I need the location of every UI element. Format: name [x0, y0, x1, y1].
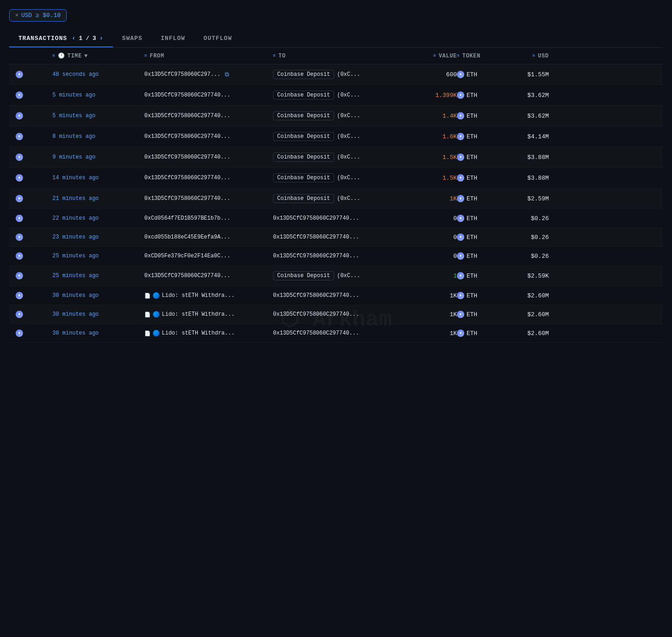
to-cell[interactable]: 0x13D5CfC9758060C297740... — [273, 234, 402, 240]
filter-label: USD ≥ $0.10 — [21, 12, 61, 19]
from-cell[interactable]: 0xcd055b188eC45E9Eefa9A... — [144, 234, 273, 240]
to-address: (0xC... — [337, 133, 360, 140]
to-cell[interactable]: Coinbase Deposit(0xC... — [273, 132, 402, 141]
value-amount: 1.399K — [435, 92, 457, 99]
table-row[interactable]: ♦5 minutes ago0x13D5CfC9758060C297740...… — [9, 106, 663, 126]
copy-address-icon[interactable]: ⧉ — [225, 71, 229, 78]
table-row[interactable]: ♦30 minutes ago📄Lido: stETH Withdra...0x… — [9, 286, 663, 305]
token-eth-icon: ♦ — [457, 71, 464, 78]
to-address: (0xC... — [337, 195, 360, 202]
to-badge[interactable]: Coinbase Deposit — [273, 70, 334, 79]
col-header-usd[interactable]: ≡ USD — [503, 53, 549, 59]
next-page-arrow[interactable]: › — [99, 34, 103, 42]
tab-swaps[interactable]: SWAPS — [113, 30, 152, 47]
from-address: 0xCD05Fe379cF0e2F14Ea0C... — [144, 253, 230, 259]
to-cell[interactable]: Coinbase Deposit(0xC... — [273, 194, 402, 203]
table-row[interactable]: ♦22 minutes ago0xCd0564f7ED1B597BE1b7b..… — [9, 209, 663, 228]
tab-inflow-label: INFLOW — [161, 35, 185, 42]
value-cell: 1K — [402, 292, 457, 299]
to-cell[interactable]: Coinbase Deposit(0xC... — [273, 91, 402, 100]
usd-cell: $0.26 — [503, 253, 549, 260]
to-badge[interactable]: Coinbase Deposit — [273, 111, 334, 120]
to-badge[interactable]: Coinbase Deposit — [273, 173, 334, 182]
from-cell[interactable]: 0x13D5CfC9758060C297740... — [144, 154, 273, 160]
value-amount: 1.4K — [443, 113, 457, 119]
from-cell[interactable]: 📄Lido: stETH Withdra... — [144, 311, 273, 318]
token-cell: ♦ETH — [457, 330, 503, 337]
to-badge[interactable]: Coinbase Deposit — [273, 271, 334, 280]
value-amount: 1.6K — [443, 133, 457, 140]
usd-cell: $2.60M — [503, 311, 549, 318]
table-row[interactable]: ♦5 minutes ago0x13D5CfC9758060C297740...… — [9, 85, 663, 106]
page-separator: / — [85, 35, 90, 42]
col-header-to[interactable]: ≡ TO — [273, 53, 402, 59]
col-header-value[interactable]: ≡ VALUE — [402, 53, 457, 59]
filter-close-icon[interactable]: × — [15, 12, 18, 19]
table-row[interactable]: ♦25 minutes ago0x13D5CfC9758060C297740..… — [9, 266, 663, 286]
table-row[interactable]: ♦30 minutes ago📄Lido: stETH Withdra...0x… — [9, 324, 663, 343]
to-cell[interactable]: Coinbase Deposit(0xC... — [273, 153, 402, 162]
chain-icon-cell: ♦ — [16, 91, 34, 99]
to-cell[interactable]: 0x13D5CfC9758060C297740... — [273, 311, 402, 318]
tab-outflow[interactable]: OUTFLOW — [194, 30, 241, 47]
to-badge[interactable]: Coinbase Deposit — [273, 91, 334, 100]
table-row[interactable]: ♦48 seconds ago0x13D5CfC9758060C297...⧉C… — [9, 64, 663, 85]
from-cell[interactable]: 📄Lido: stETH Withdra... — [144, 330, 273, 336]
token-cell: ♦ETH — [457, 311, 503, 318]
token-cell: ♦ETH — [457, 112, 503, 119]
token-cell: ♦ETH — [457, 91, 503, 99]
from-cell[interactable]: 0x13D5CfC9758060C297740... — [144, 92, 273, 98]
token-name: ETH — [467, 71, 477, 78]
from-cell[interactable]: 📄Lido: stETH Withdra... — [144, 292, 273, 299]
table-row[interactable]: ♦8 minutes ago0x13D5CfC9758060C297740...… — [9, 126, 663, 147]
from-cell[interactable]: 0x13D5CfC9758060C297...⧉ — [144, 71, 273, 78]
table-row[interactable]: ♦30 minutes ago📄Lido: stETH Withdra...0x… — [9, 305, 663, 324]
to-cell[interactable]: 0x13D5CfC9758060C297740... — [273, 292, 402, 299]
filter-badge[interactable]: × USD ≥ $0.10 — [9, 9, 67, 22]
table-row[interactable]: ♦25 minutes ago0xCD05Fe379cF0e2F14Ea0C..… — [9, 247, 663, 266]
token-name: ETH — [467, 234, 477, 241]
value-amount: 1 — [453, 273, 457, 279]
usd-cell: $3.62M — [503, 113, 549, 119]
token-name: ETH — [467, 311, 477, 318]
to-badge[interactable]: Coinbase Deposit — [273, 194, 334, 203]
from-address: 0x13D5CfC9758060C297740... — [144, 133, 230, 140]
eth-chain-icon: ♦ — [16, 233, 23, 241]
from-cell[interactable]: 0xCd0564f7ED1B597BE1b7b... — [144, 215, 273, 222]
to-cell[interactable]: Coinbase Deposit(0xC... — [273, 173, 402, 182]
document-icon: 📄 — [144, 293, 151, 299]
tab-inflow[interactable]: INFLOW — [152, 30, 194, 47]
from-cell[interactable]: 0x13D5CfC9758060C297740... — [144, 175, 273, 181]
from-cell[interactable]: 0x13D5CfC9758060C297740... — [144, 195, 273, 202]
to-cell[interactable]: Coinbase Deposit(0xC... — [273, 111, 402, 120]
col-header-token[interactable]: ≡ TOKEN — [457, 53, 503, 59]
value-cell: 0 — [402, 234, 457, 241]
from-cell[interactable]: 0xCD05Fe379cF0e2F14Ea0C... — [144, 253, 273, 259]
table-body: ♦48 seconds ago0x13D5CfC9758060C297...⧉C… — [9, 64, 663, 343]
col-header-time[interactable]: ≡ 🕐 TIME ▼ — [52, 52, 144, 59]
value-cell: 1K — [402, 330, 457, 337]
tab-transactions[interactable]: TRANSACTIONS ‹ 1 / 3 › — [9, 30, 113, 47]
table-row[interactable]: ♦14 minutes ago0x13D5CfC9758060C297740..… — [9, 168, 663, 188]
table-row[interactable]: ♦23 minutes ago0xcd055b188eC45E9Eefa9A..… — [9, 228, 663, 247]
table-row[interactable]: ♦9 minutes ago0x13D5CfC9758060C297740...… — [9, 147, 663, 168]
value-cell: 1.4K — [402, 113, 457, 119]
table-row[interactable]: ♦21 minutes ago0x13D5CfC9758060C297740..… — [9, 188, 663, 209]
to-address: (0xC... — [337, 273, 360, 279]
prev-page-arrow[interactable]: ‹ — [72, 34, 76, 42]
to-cell[interactable]: 0x13D5CfC9758060C297740... — [273, 330, 402, 336]
to-badge[interactable]: Coinbase Deposit — [273, 132, 334, 141]
col-header-from[interactable]: ≡ FROM — [144, 53, 273, 59]
from-cell[interactable]: 0x13D5CfC9758060C297740... — [144, 113, 273, 119]
to-cell[interactable]: Coinbase Deposit(0xC... — [273, 70, 402, 79]
value-cell: 600 — [402, 71, 457, 78]
from-cell[interactable]: 0x13D5CfC9758060C297740... — [144, 273, 273, 279]
usd-cell: $2.60M — [503, 330, 549, 337]
to-badge[interactable]: Coinbase Deposit — [273, 153, 334, 162]
from-cell[interactable]: 0x13D5CfC9758060C297740... — [144, 133, 273, 140]
to-cell[interactable]: 0x13D5CfC9758060C297740... — [273, 253, 402, 259]
to-cell[interactable]: Coinbase Deposit(0xC... — [273, 271, 402, 280]
to-cell[interactable]: 0x13D5CfC9758060C297740... — [273, 215, 402, 222]
token-eth-icon: ♦ — [457, 252, 464, 260]
time-cell: 48 seconds ago — [52, 71, 144, 78]
